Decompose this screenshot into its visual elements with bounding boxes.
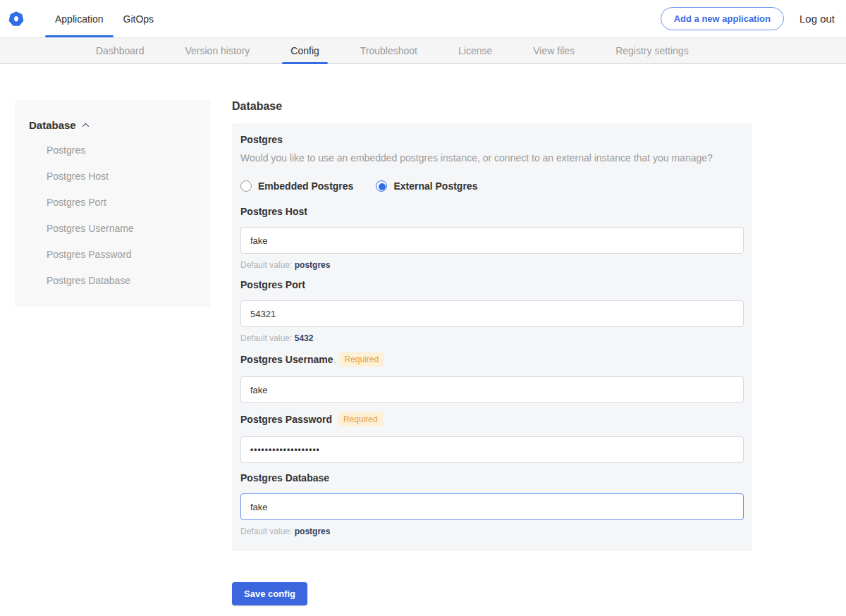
app-logo[interactable] <box>7 0 32 37</box>
sidebar-group-database-label: Database <box>29 119 76 131</box>
field-postgres-port: Postgres Port Default value: 5432 <box>240 279 744 343</box>
postgres-port-label: Postgres Port <box>240 279 305 290</box>
subnav-item-troubleshoot[interactable]: Troubleshoot <box>352 38 426 63</box>
postgres-host-input[interactable] <box>240 227 744 254</box>
sidebar-item-postgres-username[interactable]: Postgres Username <box>47 223 196 234</box>
field-postgres-password: Postgres Password Required <box>240 412 744 463</box>
radio-external-postgres-circle[interactable] <box>376 180 387 192</box>
field-postgres-database: Postgres Database Default value: postgre… <box>240 472 744 536</box>
postgres-mode-radio-group: Embedded Postgres External Postgres <box>240 180 744 192</box>
sidebar-item-postgres[interactable]: Postgres <box>47 144 196 156</box>
field-postgres-username: Postgres Username Required <box>240 352 744 403</box>
subnav-item-config[interactable]: Config <box>282 38 327 63</box>
subnav-item-registry-settings[interactable]: Registry settings <box>607 38 697 63</box>
save-config-button[interactable]: Save config <box>232 582 307 605</box>
radio-embedded-postgres-circle[interactable] <box>240 180 252 192</box>
postgres-port-default-prefix: Default value: <box>240 333 292 343</box>
postgres-database-default: Default value: postgres <box>240 526 744 536</box>
logout-link[interactable]: Log out <box>799 13 835 25</box>
subnav-item-registry-settings-label: Registry settings <box>615 45 688 56</box>
subnav-item-dashboard[interactable]: Dashboard <box>87 38 153 63</box>
postgres-port-default: Default value: 5432 <box>240 333 744 343</box>
tab-application[interactable]: Application <box>45 0 114 37</box>
app-subnav: Dashboard Version history Config Trouble… <box>0 37 846 64</box>
postgres-port-input[interactable] <box>240 300 744 327</box>
tab-gitops-label: GitOps <box>123 13 154 25</box>
postgres-password-input[interactable] <box>240 436 744 463</box>
postgres-username-required-badge: Required <box>340 352 384 366</box>
subnav-item-license[interactable]: License <box>450 38 501 63</box>
postgres-host-default-value: postgres <box>295 260 331 270</box>
config-sidebar: Database Postgres Postgres Host Postgres… <box>15 100 210 307</box>
postgres-password-required-badge: Required <box>338 412 383 426</box>
tab-gitops[interactable]: GitOps <box>114 0 164 37</box>
radio-embedded-postgres[interactable]: Embedded Postgres <box>240 180 353 192</box>
sidebar-group-database[interactable]: Database <box>29 119 196 131</box>
subnav-item-dashboard-label: Dashboard <box>96 45 145 56</box>
sidebar-item-postgres-port[interactable]: Postgres Port <box>47 197 196 208</box>
postgres-database-input[interactable] <box>240 493 744 520</box>
radio-external-postgres-label: External Postgres <box>393 180 477 192</box>
subnav-item-view-files-label: View files <box>533 45 575 56</box>
postgres-password-label: Postgres Password <box>240 414 332 425</box>
radio-embedded-postgres-label: Embedded Postgres <box>258 180 353 192</box>
config-form-area: Database Postgres Would you like to use … <box>232 100 752 605</box>
postgres-host-default: Default value: postgres <box>240 260 744 270</box>
add-application-button[interactable]: Add a new application <box>661 7 784 30</box>
subnav-item-version-history-label: Version history <box>185 45 250 56</box>
subnav-item-license-label: License <box>458 45 492 56</box>
subnav-item-version-history[interactable]: Version history <box>177 38 259 63</box>
config-page-content: Database Postgres Postgres Host Postgres… <box>0 64 846 605</box>
postgres-host-label: Postgres Host <box>240 206 307 217</box>
postgres-group-help-text: Would you like to use an embedded postgr… <box>240 152 744 164</box>
postgres-port-default-value: 5432 <box>295 333 314 343</box>
postgres-group-title: Postgres <box>240 134 744 145</box>
subnav-item-troubleshoot-label: Troubleshoot <box>360 45 417 56</box>
radio-external-postgres[interactable]: External Postgres <box>376 180 477 192</box>
postgres-username-label: Postgres Username <box>240 354 333 365</box>
section-title-database: Database <box>232 100 752 113</box>
postgres-username-input[interactable] <box>240 376 744 403</box>
sidebar-item-postgres-password[interactable]: Postgres Password <box>47 249 196 260</box>
sidebar-item-list: Postgres Postgres Host Postgres Port Pos… <box>29 144 196 286</box>
postgres-database-label: Postgres Database <box>240 472 329 483</box>
sidebar-item-postgres-database[interactable]: Postgres Database <box>47 275 196 286</box>
postgres-database-default-prefix: Default value: <box>240 526 292 536</box>
app-logo-icon <box>8 11 24 27</box>
top-navbar: Application GitOps Add a new application… <box>0 0 846 37</box>
field-postgres-host: Postgres Host Default value: postgres <box>240 206 744 270</box>
subnav-item-config-label: Config <box>290 45 319 56</box>
postgres-database-default-value: postgres <box>295 526 331 536</box>
chevron-up-icon <box>82 123 90 128</box>
topbar-right: Add a new application Log out <box>661 0 846 37</box>
tab-application-label: Application <box>55 13 104 25</box>
database-config-panel: Postgres Would you like to use an embedd… <box>232 123 752 551</box>
subnav-item-view-files[interactable]: View files <box>525 38 583 63</box>
top-tabs: Application GitOps <box>45 0 164 37</box>
postgres-host-default-prefix: Default value: <box>240 260 292 270</box>
sidebar-item-postgres-host[interactable]: Postgres Host <box>47 171 196 182</box>
